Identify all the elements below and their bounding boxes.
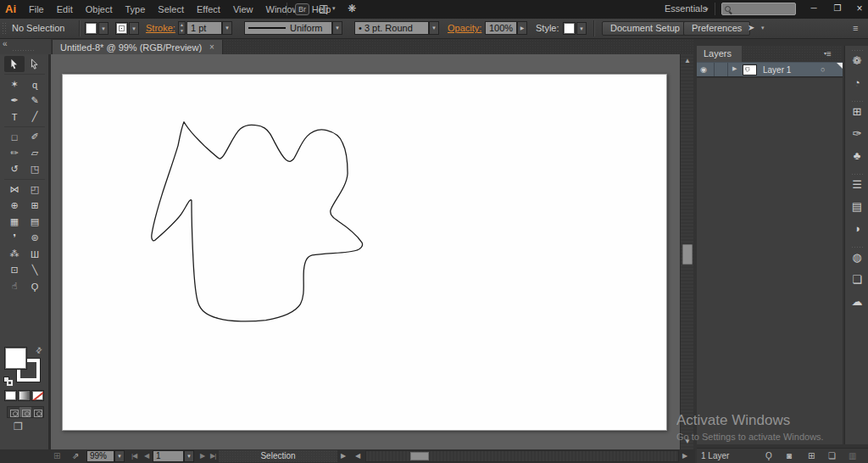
layer-name[interactable]: Layer 1 xyxy=(763,65,791,75)
layers-panel-menu-icon[interactable]: ▾≡ xyxy=(824,49,832,59)
panel-grip[interactable] xyxy=(2,22,7,36)
blend-tool[interactable]: ⊚ xyxy=(25,230,45,246)
workspace-caret-icon[interactable]: ▾ xyxy=(705,6,709,13)
opacity-link[interactable]: Opacity: xyxy=(448,23,481,33)
style-dropdown[interactable]: ▼ xyxy=(576,22,587,35)
column-graph-tool[interactable]: Ш xyxy=(25,246,45,262)
share-icon[interactable]: ❋ xyxy=(348,3,356,14)
line-segment-tool[interactable]: ╱ xyxy=(25,109,45,125)
preferences-button[interactable]: Preferences xyxy=(683,21,750,36)
menu-object[interactable]: Object xyxy=(86,4,113,14)
bridge-icon[interactable]: Br xyxy=(295,3,309,15)
horizontal-scroll-thumb[interactable] xyxy=(410,452,429,460)
new-sublayer-icon[interactable]: ⊞ xyxy=(808,451,815,460)
style-swatch[interactable] xyxy=(563,22,576,35)
opacity-dropdown[interactable]: ▶ xyxy=(517,21,527,35)
screen-mode-icon[interactable]: ❐ xyxy=(14,421,23,432)
fill-color-well[interactable] xyxy=(4,347,27,370)
color-panel-icon[interactable]: ❁ xyxy=(845,54,868,67)
mesh-tool[interactable]: ▦ xyxy=(4,214,25,230)
layers-panel-body[interactable] xyxy=(697,78,843,444)
appearance-icon[interactable]: ◍ xyxy=(845,251,868,264)
search-box[interactable] xyxy=(721,3,796,15)
stroke-panel-link[interactable]: Stroke: xyxy=(146,23,175,33)
pointer-options-icon[interactable]: ➤ xyxy=(748,23,754,32)
draw-inside-mode[interactable] xyxy=(31,407,43,417)
layer-expand-icon[interactable]: ▶ xyxy=(732,65,737,72)
search-input[interactable] xyxy=(731,4,795,14)
strip-grip[interactable] xyxy=(851,49,863,53)
fill-swatch[interactable] xyxy=(85,22,97,35)
zoom-level-dropdown[interactable]: ▼ xyxy=(114,450,125,462)
free-transform-tool[interactable]: ◰ xyxy=(25,181,45,198)
gradient-button[interactable] xyxy=(18,390,31,401)
stroke-weight-field[interactable]: 1 pt xyxy=(186,21,222,35)
brush-definition-field[interactable]: • 3 pt. Round xyxy=(354,21,429,35)
strip-grip[interactable] xyxy=(851,173,863,176)
color-button[interactable] xyxy=(4,390,17,401)
restore-button[interactable]: ❐ xyxy=(826,0,849,17)
new-layer-icon[interactable]: ❏ xyxy=(828,451,836,460)
eyedropper-tool[interactable]: ❜ xyxy=(4,230,25,246)
width-profile-dropdown[interactable]: ▼ xyxy=(332,21,342,35)
collapse-toolbar-icon[interactable]: « xyxy=(3,39,8,48)
menu-select[interactable]: Select xyxy=(158,4,184,14)
pointer-options-caret-icon[interactable]: ▾ xyxy=(761,25,765,31)
arrange-documents-caret-icon[interactable]: ▾ xyxy=(332,5,336,12)
previous-artboard-icon[interactable]: ◀ xyxy=(144,452,148,460)
scroll-right-icon[interactable]: ▶ xyxy=(682,452,687,460)
scroll-up-icon[interactable]: ▲ xyxy=(681,57,694,64)
control-panel-menu-icon[interactable]: ≡ xyxy=(853,23,858,33)
draw-behind-mode[interactable] xyxy=(19,407,31,417)
menu-type[interactable]: Type xyxy=(125,4,146,14)
artboard-tool[interactable]: ⊡ xyxy=(4,262,25,278)
layer-visibility-eye-icon[interactable]: ◉ xyxy=(700,65,707,74)
menu-view[interactable]: View xyxy=(233,4,253,14)
transparency-icon[interactable]: ◑ xyxy=(845,222,868,235)
horizontal-scrollbar[interactable] xyxy=(365,450,679,462)
rectangle-tool[interactable]: □ xyxy=(4,129,25,145)
curvature-tool[interactable]: ✎ xyxy=(25,92,45,109)
make-clipping-mask-icon[interactable]: ◙ xyxy=(787,451,792,460)
gradient-panel-icon[interactable]: ▤ xyxy=(845,200,868,213)
rotate-tool[interactable]: ↺ xyxy=(4,161,25,177)
grid-toggle-icon[interactable]: ⊞ xyxy=(53,451,60,460)
swap-fill-stroke-icon[interactable]: ⇄ xyxy=(34,345,44,355)
width-tool[interactable]: ⋈ xyxy=(4,181,25,198)
first-artboard-icon[interactable]: |◀ xyxy=(131,452,136,460)
next-artboard-icon[interactable]: ▶ xyxy=(200,452,204,460)
swatches-icon[interactable]: ⊞ xyxy=(845,105,868,118)
brushes-icon[interactable]: ✑ xyxy=(845,127,868,140)
document-setup-button[interactable]: Document Setup xyxy=(602,21,688,36)
layer-target-icon[interactable]: ○ xyxy=(821,65,825,74)
status-display[interactable]: Selection xyxy=(219,450,337,462)
none-button[interactable] xyxy=(31,390,44,401)
strip-grip[interactable] xyxy=(851,100,863,103)
color-guide-icon[interactable]: ◔ xyxy=(845,76,868,89)
slice-tool[interactable]: ╲ xyxy=(25,262,45,278)
layer-row[interactable]: ◉ ▶ Layer 1 ○ xyxy=(697,62,843,77)
locate-object-icon[interactable]: Ϙ xyxy=(765,451,772,460)
menu-window[interactable]: Window xyxy=(266,4,299,14)
scroll-left-icon[interactable]: ◀ xyxy=(355,452,360,460)
direct-selection-tool[interactable] xyxy=(25,56,45,72)
strip-grip[interactable] xyxy=(851,246,863,249)
stroke-panel-icon[interactable]: ☰ xyxy=(845,178,868,191)
width-profile-field[interactable]: Uniform xyxy=(244,21,332,35)
type-tool[interactable]: T xyxy=(4,109,25,125)
stroke-swatch[interactable] xyxy=(115,22,128,35)
arrange-documents-icon[interactable]: ◫ xyxy=(319,3,328,14)
artboard-number-field[interactable]: 1 xyxy=(153,450,184,462)
symbols-icon[interactable]: ♣ xyxy=(845,149,868,162)
layers-panel-tab[interactable]: Layers xyxy=(697,46,742,62)
export-icon[interactable]: ⇗ xyxy=(72,451,79,460)
close-button[interactable]: × xyxy=(848,0,868,17)
workspace-switcher[interactable]: Essentials xyxy=(665,3,707,14)
zoom-level-field[interactable]: 99% xyxy=(86,450,114,462)
delete-layer-icon[interactable]: ▥ xyxy=(849,451,856,460)
artboards-panel-icon[interactable]: ❏ xyxy=(845,273,868,286)
selection-tool[interactable] xyxy=(4,56,25,72)
hand-tool[interactable]: ☝ xyxy=(4,278,25,294)
zoom-tool[interactable]: Ϙ xyxy=(25,278,45,294)
toolbar-grip[interactable] xyxy=(12,49,34,53)
